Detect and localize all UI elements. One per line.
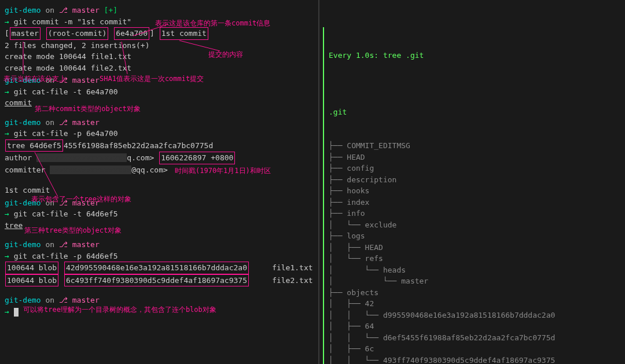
- box-hash: 6e4a700: [114, 27, 149, 40]
- create-mode-2: create mode 100644 file2.txt: [5, 62, 314, 74]
- annotation-tree-type: 第三种tree类型的object对象: [24, 226, 122, 236]
- tree-node: │ │ └── d995590468e16e3a192a81518166b7dd…: [329, 310, 620, 321]
- right-terminal: Every 1.0s: tree .git .git ├── COMMIT_ED…: [318, 0, 625, 364]
- tree-listing: ├── COMMIT_EDITMSG├── HEAD├── config├── …: [329, 140, 620, 364]
- prompt-line-1[interactable]: git-demo on ⎇ master [+]: [5, 5, 314, 16]
- tree-node: ├── config: [329, 163, 620, 174]
- tree-node: │ │ └── d6ef5455f61988af85eb22d2aa2fca7b…: [329, 332, 620, 344]
- annotation-sha1: SHA1值表示这是一次commit提交: [100, 74, 204, 84]
- left-terminal: git-demo on ⎇ master [+] → git commit -m…: [0, 0, 318, 364]
- command-line-2[interactable]: → git cat-file -t 6e4a700: [5, 86, 314, 98]
- tree-node: │ ├── HEAD: [329, 242, 620, 253]
- tree-node: │ │ └── 493ff740f9380390d5c9ddef4af18697…: [329, 355, 620, 365]
- tree-node: ├── HEAD: [329, 152, 620, 163]
- tree-node: │ ├── 42: [329, 298, 620, 310]
- box-blob-mode-1: 100644 blob: [5, 262, 58, 274]
- tree-node: │ └── heads: [329, 264, 620, 276]
- tree-node: ├── info: [329, 208, 620, 219]
- tree-node: ├── hooks: [329, 185, 620, 197]
- box-timestamp: 1606226897 +0800: [159, 152, 235, 164]
- blob-line-1: 100644 blob 42d995590468e16e3a192a815181…: [5, 262, 314, 274]
- tree-hash-line: tree 64d6ef5455f61988af85eb22d2aa2fca7bc…: [5, 139, 314, 152]
- prompt-line-5[interactable]: git-demo on ⎇ master: [5, 239, 314, 251]
- box-tree-hash: tree 64d6ef5: [5, 139, 63, 152]
- tree-node: ├── description: [329, 174, 620, 186]
- author-line: author xxxxxxxxxxxxxxxxxxxxq.com> 160622…: [5, 152, 314, 164]
- tree-node: │ ├── 64: [329, 321, 620, 332]
- tree-node: ├── COMMIT_EDITMSG: [329, 140, 620, 152]
- create-mode-1: create mode 100644 file1.txt: [5, 51, 314, 62]
- prompt-line-3[interactable]: git-demo on ⎇ master: [5, 117, 314, 128]
- annotation-commit-type: 第二种commit类型的object对象: [35, 104, 141, 114]
- command-line-5[interactable]: → git cat-file -p 64d6ef5: [5, 251, 314, 262]
- box-blob-mode-2: 100644 blob: [5, 274, 58, 287]
- tree-node: ├── objects: [329, 287, 620, 299]
- cursor-icon: [14, 308, 19, 317]
- box-msg: 1st commit: [160, 27, 208, 40]
- annotation-commit-content: 提交的内容: [208, 50, 243, 60]
- tree-root: .git: [329, 106, 620, 118]
- prompt-line-6[interactable]: git-demo on ⎇ master: [5, 295, 314, 306]
- box-branch: master: [10, 27, 41, 40]
- box-blob-hash-2: 6c493ff740f9380390d5c9ddef4af18697ac9375: [64, 274, 249, 287]
- commit-stats: 2 files changed, 2 insertions(+): [5, 40, 314, 52]
- tree-node: ├── logs: [329, 230, 620, 242]
- annotation-first-commit: 表示这是该仓库的第一条commit信息: [155, 19, 270, 28]
- tree-node: ├── index: [329, 197, 620, 208]
- tree-node: │ └── refs: [329, 253, 620, 264]
- tree-node: │ └── exclude: [329, 219, 620, 231]
- watch-header: Every 1.0s: tree .git: [329, 50, 620, 61]
- annotation-tree-object: 表示包含了一个tree这样的对象: [31, 194, 131, 204]
- annotation-timestamp: 时间戳(1970年1月1日)和时区: [175, 166, 271, 176]
- command-line-4[interactable]: → git cat-file -t 64d6ef5: [5, 208, 314, 220]
- commit-output: [master (root-commit) 6e4a700] 1st commi…: [5, 27, 314, 40]
- tree-node: │ └── master: [329, 275, 620, 287]
- command-line-3[interactable]: → git cat-file -p 6e4a700: [5, 128, 314, 139]
- annotation-branch: 表示当前在该分支上: [3, 74, 66, 84]
- box-root-commit: (root-commit): [46, 27, 109, 40]
- blob-line-2: 100644 blob 6c493ff740f9380390d5c9ddef4a…: [5, 274, 314, 287]
- annotation-tree-concept: 可以将tree理解为一个目录树的概念，其包含了连个blob对象: [23, 305, 216, 315]
- box-blob-hash-1: 42d995590468e16e3a192a81518166b7dddac2a0: [64, 262, 249, 274]
- tree-node: │ ├── 6c: [329, 343, 620, 355]
